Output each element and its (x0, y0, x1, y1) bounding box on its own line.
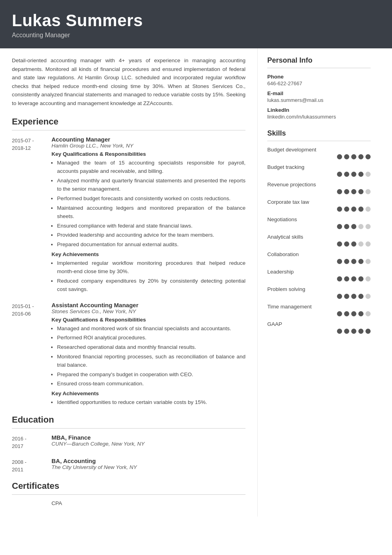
skill-dots (267, 207, 371, 212)
empty-dot (365, 224, 371, 229)
cert-name: CPA (51, 500, 62, 506)
skill-dots (267, 294, 371, 299)
filled-dot (337, 329, 342, 334)
skill-item: Time management (267, 304, 371, 316)
responsibilities-list: Managed the team of 15 accounting specia… (51, 159, 245, 249)
resume-header: Lukas Summers Accounting Manager (0, 0, 392, 48)
filled-dot (344, 276, 349, 281)
list-item: Managed and monitored work of six financ… (57, 324, 245, 333)
entry-org: Hamlin Group LLC., New York, NY (51, 143, 245, 149)
list-item: Analyzed monthly and quarterly financial… (57, 176, 245, 193)
certificates-section: Certificates CPA (12, 481, 245, 506)
filled-dot (344, 259, 349, 264)
skill-name: Collaboration (267, 251, 371, 257)
empty-dot (365, 294, 371, 299)
filled-dot (351, 172, 356, 177)
entry-date: 2015-01 -2016-06 (12, 302, 51, 408)
entry-content: BA, AccountingThe City University of New… (51, 457, 245, 474)
list-item: Performed ROI analytical procedures. (57, 333, 245, 342)
filled-dot (337, 154, 342, 159)
filled-dot (344, 294, 349, 299)
skill-item: Corporate tax law (267, 199, 371, 212)
certificates-divider (12, 494, 245, 495)
education-divider (12, 428, 245, 429)
skill-dots (267, 154, 371, 159)
list-item: Ensured cross-team communication. (57, 379, 245, 388)
skill-dots (267, 311, 371, 316)
skill-item: Problem solving (267, 286, 371, 299)
filled-dot (344, 224, 349, 229)
empty-dot (365, 189, 371, 194)
skill-item: Analytical skills (267, 234, 371, 247)
entry-degree-title: MBA, Finance (51, 434, 245, 441)
linkedin-value: linkedin.com/in/lukassummers (267, 114, 371, 120)
education-title: Education (12, 415, 245, 425)
filled-dot (358, 311, 363, 316)
skill-name: Revenue projections (267, 182, 371, 188)
personal-info-divider (267, 68, 371, 68)
list-item: Ensured compliance with federal and stat… (57, 222, 245, 230)
filled-dot (351, 207, 356, 212)
skills-divider (267, 141, 371, 141)
summary-text: Detail-oriented accounting manager with … (12, 56, 245, 108)
filled-dot (351, 241, 356, 247)
list-item: Researched operational data and monthly … (57, 343, 245, 352)
filled-dot (351, 189, 356, 194)
skill-name: Budget tracking (267, 164, 371, 170)
skill-name: Analytical skills (267, 234, 371, 240)
skill-name: Leadership (267, 269, 371, 275)
email-value: lukas.summers@mail.us (267, 97, 371, 103)
filled-dot (365, 154, 371, 159)
candidate-title: Accounting Manager (12, 32, 380, 39)
skill-name: Problem solving (267, 286, 371, 292)
skill-dots (267, 241, 371, 247)
list-item: Monitored financial reporting processes,… (57, 352, 245, 369)
filled-dot (358, 207, 363, 212)
experience-entry: 2015-01 -2016-06Assistant Accounting Man… (12, 302, 245, 408)
filled-dot (337, 259, 342, 264)
entry-date: 2008 -2011 (12, 457, 51, 474)
list-item: Maintained accounting ledgers and monito… (57, 204, 245, 221)
filled-dot (351, 154, 356, 159)
empty-dot (365, 241, 371, 247)
personal-info-section: Personal Info Phone 646-622-27667 E-mail… (267, 56, 371, 120)
certificates-title: Certificates (12, 481, 245, 491)
list-item: Provided leadership and accounting advic… (57, 231, 245, 239)
filled-dot (358, 329, 363, 334)
skill-dots (267, 329, 371, 334)
filled-dot (351, 294, 356, 299)
filled-dot (358, 294, 363, 299)
filled-dot (337, 207, 342, 212)
filled-dot (344, 172, 349, 177)
list-item: Performed budget forecasts and consisten… (57, 194, 245, 203)
entry-school: CUNY—Baruch College, New York, NY (51, 441, 245, 447)
skill-dots (267, 276, 371, 281)
filled-dot (351, 276, 356, 281)
skills-section: Skills Budget developmentBudget tracking… (267, 129, 371, 334)
email-label: E-mail (267, 90, 371, 96)
certificate-entry: CPA (12, 500, 245, 506)
certificates-list: CPA (12, 500, 245, 506)
entry-org: Stones Services Co., New York, NY (51, 308, 245, 314)
responsibilities-list: Managed and monitored work of six financ… (51, 324, 245, 388)
skill-name: Budget development (267, 147, 371, 153)
empty-dot (365, 311, 371, 316)
entry-content: Assistant Accounting ManagerStones Servi… (51, 302, 245, 408)
filled-dot (344, 189, 349, 194)
skill-item: Budget development (267, 147, 371, 159)
experience-title: Experience (12, 117, 245, 127)
list-item: Prepared the company's budget in coopera… (57, 370, 245, 379)
skill-item: Budget tracking (267, 164, 371, 177)
filled-dot (337, 294, 342, 299)
empty-dot (365, 172, 371, 177)
skills-title: Skills (267, 129, 371, 138)
filled-dot (358, 172, 363, 177)
filled-dot (337, 276, 342, 281)
education-section: Education 2016 -2017MBA, FinanceCUNY—Bar… (12, 415, 245, 474)
entry-school: The City University of New York, NY (51, 464, 245, 470)
skill-name: Time management (267, 304, 371, 310)
filled-dot (337, 224, 342, 229)
list-item: Managed the team of 15 accounting specia… (57, 159, 245, 176)
filled-dot (337, 189, 342, 194)
cert-date (12, 500, 51, 506)
